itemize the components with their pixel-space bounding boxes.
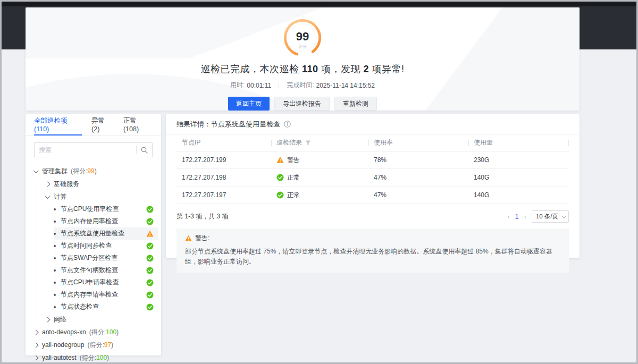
tree-leaf-label: 节点SWAP分区检查 xyxy=(61,253,117,263)
cell-inspect-result: 正常 xyxy=(271,191,368,200)
info-icon[interactable] xyxy=(284,121,291,128)
tree-leaf-item[interactable]: 节点状态检查 xyxy=(54,301,158,313)
cell-usage-amount: 230G xyxy=(468,156,569,164)
tree-node-score: (得分:99) xyxy=(71,167,97,176)
tree-node-group[interactable]: yali-autotest (得分:100) xyxy=(34,351,158,362)
leaf-status-icon xyxy=(146,218,154,225)
tree-leaf-item[interactable]: 节点CPU申请率检查 xyxy=(54,276,158,289)
search-box[interactable] xyxy=(34,142,153,157)
leaf-status-icon xyxy=(146,255,154,262)
export-report-button[interactable]: 导出巡检报告 xyxy=(274,97,330,111)
result-detail-panel: 结果详情： 节点系统盘使用量检查 节点IP 巡检结果 xyxy=(166,114,580,258)
check-circle-icon xyxy=(146,279,154,286)
header-usage-amount: 使用量 xyxy=(468,138,569,147)
inspection-result-title: 巡检已完成，本次巡检 110 项，发现 2 项异常! xyxy=(200,63,404,75)
detail-title: 节点系统盘使用量检查 xyxy=(211,120,280,129)
back-home-button[interactable]: 返回主页 xyxy=(228,97,270,111)
chevron-down-icon xyxy=(45,193,51,199)
score-label: 评分 xyxy=(298,44,307,49)
recheck-button[interactable]: 重新检测 xyxy=(334,97,377,111)
filter-funnel-icon[interactable] xyxy=(305,140,311,146)
tree-node-label: 管理集群 xyxy=(42,167,68,176)
sidebar-tab[interactable]: 全部巡检项 (110) xyxy=(34,114,82,135)
leaf-status-icon xyxy=(146,303,154,311)
status-icon xyxy=(276,191,284,199)
inspection-items-panel: 全部巡检项 (110) 异常 (2) 正常 (108) 管理集群 (得分:99) xyxy=(26,114,161,355)
table-header-row: 节点IP 巡检结果 使用率 使用量 xyxy=(177,134,569,151)
cell-usage-amount: 140G xyxy=(468,174,569,181)
bullet-icon xyxy=(54,306,56,308)
table-row: 172.27.207.199 警告 78% 230G xyxy=(177,151,569,169)
chevron-right-icon xyxy=(33,355,39,360)
tree-leaf-item[interactable]: 节点内存使用率检查 xyxy=(54,215,158,227)
tree-node-label: 网络 xyxy=(54,315,66,324)
cluster-children: 基础服务 计算 节点CPU使用率检查 节点内存使用率检查 节点系统盘使用量检查 xyxy=(37,177,158,326)
tree-leaf-label: 节点CPU使用率检查 xyxy=(61,205,119,214)
prev-page-button[interactable]: ‹ xyxy=(507,213,509,220)
cell-usage-amount: 140G xyxy=(468,191,569,199)
current-page[interactable]: 1 xyxy=(515,213,519,221)
pagination-summary: 第 1-3 项，共 3 项 xyxy=(177,212,228,221)
tree-node-group[interactable]: anto-devops-xn (得分:100) xyxy=(34,326,158,338)
finish-time-label: 完成时间: xyxy=(287,81,314,90)
tree-leaf-item[interactable]: 节点SWAP分区检查 xyxy=(54,252,158,264)
check-circle-icon xyxy=(146,291,154,299)
cell-usage-rate: 47% xyxy=(368,174,468,181)
status-text: 正常 xyxy=(287,173,300,182)
elapsed-value: 00:01:11 xyxy=(247,82,271,89)
inspection-tree: 管理集群 (得分:99) 基础服务 计算 节点CPU使用率检查 xyxy=(26,160,161,362)
sidebar-tab[interactable]: 正常 (108) xyxy=(123,114,153,135)
finish-time-value: 2025-11-14 14:15:52 xyxy=(316,82,375,89)
check-circle-icon xyxy=(146,303,154,311)
sidebar-tab[interactable]: 异常 (2) xyxy=(91,114,114,135)
warning-message-box: 警告: 部分节点系统盘使用率超过 75%，请立即登录节点，检查并清理无业务影响的… xyxy=(177,228,569,273)
leaf-status-icon xyxy=(146,242,154,250)
cell-node-ip: 172.27.207.198 xyxy=(177,174,271,181)
bullet-icon xyxy=(54,294,56,296)
tree-node-score: (得分:100) xyxy=(89,328,119,337)
tree-node-label: anto-devops-xn xyxy=(42,328,86,336)
elapsed-label: 用时: xyxy=(230,81,245,90)
status-text: 警告 xyxy=(287,156,300,165)
chevron-right-icon xyxy=(33,342,39,348)
check-circle-icon xyxy=(146,206,154,213)
leaf-status-icon xyxy=(146,206,154,213)
header-inspect-result: 巡检结果 xyxy=(271,138,368,147)
tab-label: 正常 (108) xyxy=(123,116,153,133)
tab-label: 异常 (2) xyxy=(91,116,114,133)
inspection-summary-card: 99 评分 巡检已完成，本次巡检 110 项，发现 2 项异常! 用时: 00:… xyxy=(26,7,580,111)
tree-leaf-label: 节点系统盘使用量检查 xyxy=(61,229,124,238)
tree-node-network[interactable]: 网络 xyxy=(46,313,158,326)
tree-node-base-service[interactable]: 基础服务 xyxy=(46,177,158,190)
status-text: 正常 xyxy=(287,191,300,200)
bullet-icon xyxy=(54,221,56,223)
tree-leaf-label: 节点内存申请率检查 xyxy=(61,290,118,299)
tree-leaf-label: 节点文件句柄数检查 xyxy=(61,266,118,275)
tree-leaf-label: 节点内存使用率检查 xyxy=(61,217,118,226)
warning-title: 警告: xyxy=(195,234,209,243)
tree-leaf-item[interactable]: 节点时间同步检查 xyxy=(54,240,158,252)
table-row: 172.27.207.198 正常 47% 140G xyxy=(177,169,569,187)
tree-leaf-item[interactable]: 节点内存申请率检查 xyxy=(54,289,158,301)
tree-node-score: (得分:97) xyxy=(87,341,113,350)
leaf-status-icon xyxy=(146,230,154,238)
cell-usage-rate: 47% xyxy=(368,191,468,199)
compute-leaves: 节点CPU使用率检查 节点内存使用率检查 节点系统盘使用量检查 节点时间同步检查… xyxy=(54,203,158,313)
leaf-status-icon xyxy=(146,279,154,286)
tree-leaf-item[interactable]: 节点系统盘使用量检查 xyxy=(54,227,158,240)
warning-message: 部分节点系统盘使用率超过 75%，请立即登录节点，检查并清理无业务影响的数据。系… xyxy=(185,247,560,266)
search-icon[interactable] xyxy=(141,147,148,154)
tree-leaf-item[interactable]: 节点文件句柄数检查 xyxy=(54,264,158,276)
tree-node-compute[interactable]: 计算 xyxy=(46,190,158,203)
tree-node-group[interactable]: yali-nodegroup (得分:97) xyxy=(34,338,158,351)
tree-leaf-label: 节点CPU申请率检查 xyxy=(61,278,119,287)
tree-node-score: (得分:100) xyxy=(80,353,109,362)
tree-node-cluster[interactable]: 管理集群 (得分:99) xyxy=(34,165,158,177)
tree-node-label: 计算 xyxy=(54,192,66,201)
search-input[interactable] xyxy=(39,146,134,154)
next-page-button[interactable]: › xyxy=(524,213,526,220)
tree-leaf-item[interactable]: 节点CPU使用率检查 xyxy=(54,203,158,215)
header-node-ip: 节点IP xyxy=(177,138,271,147)
cell-node-ip: 172.27.207.197 xyxy=(177,191,271,199)
page-size-select[interactable]: 10 条/页 xyxy=(532,210,569,223)
